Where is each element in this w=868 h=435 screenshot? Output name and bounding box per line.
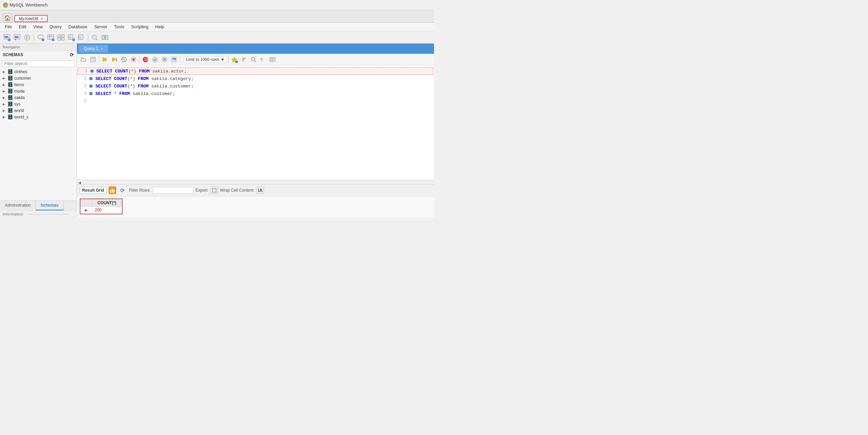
sql-line-5[interactable]: 5 (77, 97, 434, 105)
menu-bar: File Edit View Query Database Server Too… (0, 22, 434, 31)
cancel-button[interactable] (160, 55, 169, 64)
svg-rect-34 (116, 58, 117, 62)
create-table-button[interactable]: + (46, 33, 56, 42)
svg-line-37 (124, 60, 126, 61)
schema-name: world (14, 108, 24, 113)
result-value-200[interactable]: 200 (92, 207, 122, 214)
schema-item-clothes[interactable]: ▶ 🗄️ clothes (0, 68, 77, 75)
save-button[interactable] (89, 55, 97, 64)
line-dot-3 (89, 84, 93, 88)
query-tab-label: Query 1 (84, 46, 98, 51)
schema-item-world-x[interactable]: ▶ 🗄️ world_x (0, 114, 77, 120)
open-script-button[interactable]: SQL (12, 33, 22, 42)
invisible-chars-button[interactable]: ¶ (259, 55, 267, 64)
home-button[interactable]: 🏠 (3, 13, 12, 22)
menu-scripting[interactable]: Scripting (128, 23, 151, 30)
result-header-empty (81, 199, 92, 207)
limit-rows-dropdown[interactable]: Limit to 1000 rows ▼ (184, 56, 227, 63)
favorite-button[interactable]: + (230, 55, 239, 64)
schema-item-world[interactable]: ▶ 🗄️ world (0, 107, 77, 114)
svg-rect-33 (91, 60, 95, 62)
check-button[interactable] (151, 55, 159, 64)
filter-rows-label: Filter Rows: (129, 188, 151, 193)
svg-rect-57 (110, 190, 111, 193)
execute-current-button[interactable] (110, 55, 119, 64)
menu-edit[interactable]: Edit (16, 23, 29, 30)
refresh-button[interactable] (170, 55, 179, 64)
horizontal-scrollbar[interactable]: ◀ (77, 180, 434, 184)
svg-text:f(): f() (79, 36, 81, 39)
execute-button[interactable] (100, 55, 109, 64)
stop-button[interactable] (129, 55, 138, 64)
filter-objects-input[interactable] (2, 60, 75, 67)
wrap-cell-icon[interactable]: IA (257, 187, 264, 194)
refresh-icon[interactable]: ⟳ (70, 52, 74, 58)
svg-text:+: + (52, 38, 54, 41)
export-button[interactable] (211, 187, 218, 194)
schema-item-moda[interactable]: ▶ 🗄️ moda (0, 88, 77, 94)
query-tab-1[interactable]: Query 1 ✕ (79, 45, 108, 52)
svg-rect-18 (58, 38, 61, 40)
svg-rect-17 (61, 35, 64, 37)
beautify-button[interactable] (239, 55, 248, 64)
administration-tab[interactable]: Administration (0, 201, 36, 210)
result-row-1: ▶ 200 (81, 207, 122, 214)
word-wrap-button[interactable] (268, 55, 277, 64)
schema-item-customer[interactable]: ▶ 🗄️ customer (0, 75, 77, 81)
menu-help[interactable]: Help (153, 23, 167, 30)
tab-bar: 🏠 MyJolieDB ✕ (0, 10, 434, 22)
q-separator-4 (228, 56, 229, 63)
myjoliedb-tab[interactable]: MyJolieDB ✕ (14, 15, 48, 22)
create-procedure-button[interactable]: f() + (66, 33, 76, 42)
main-toolbar: SQL + SQL i + + (0, 31, 434, 44)
migrate-button[interactable] (100, 33, 110, 42)
sql-line-4[interactable]: 4 SELECT * FROM sakila.customer; (77, 90, 434, 97)
filter-rows-input[interactable] (153, 187, 193, 194)
expand-arrow-icon: ▶ (3, 83, 6, 86)
schemas-tab[interactable]: Schemas (36, 201, 64, 210)
sql-code-2: SELECT COUNT(*) FROM sakila.category; (95, 76, 194, 81)
create-view-button[interactable] (56, 33, 66, 42)
explain-button[interactable] (120, 55, 128, 64)
sql-line-2[interactable]: 2 SELECT COUNT(*) FROM sakila.category; (77, 75, 434, 82)
schema-name: items (14, 82, 24, 87)
sql-code-3: SELECT COUNT(*) FROM sakila.customer; (95, 84, 194, 89)
menu-database[interactable]: Database (66, 23, 90, 30)
svg-rect-16 (58, 35, 61, 37)
menu-query[interactable]: Query (47, 23, 64, 30)
schema-item-items[interactable]: ▶ 🗄️ items (0, 81, 77, 88)
schema-item-sys[interactable]: ▶ 🗄️ sys (0, 101, 77, 107)
app-icon: 🐬 (3, 2, 8, 8)
open-file-button[interactable] (79, 55, 88, 64)
svg-text:+: + (236, 61, 238, 63)
tab-close-button[interactable]: ✕ (40, 17, 43, 21)
menu-server[interactable]: Server (91, 23, 110, 30)
navigator-header: Navigator (0, 44, 77, 51)
create-schema-button[interactable]: + (36, 33, 45, 42)
sql-editor[interactable]: 1 SELECT COUNT(*) FROM sakila.actor; 2 S… (77, 65, 434, 180)
schemas-label: SCHEMAS (3, 52, 23, 57)
refresh-results-button[interactable]: ⟳ (118, 186, 127, 195)
toggle-button[interactable]: ! ✕ (141, 55, 150, 64)
result-column-count[interactable]: COUNT(*) (92, 199, 122, 207)
info-button[interactable]: i (22, 33, 32, 42)
information-bar: Information ····························… (0, 210, 77, 218)
sql-line-3[interactable]: 3 SELECT COUNT(*) FROM sakila.customer; (77, 82, 434, 90)
svg-rect-30 (105, 35, 108, 39)
inspect-button[interactable] (90, 33, 99, 42)
schema-item-sakila[interactable]: ▶ 🗄️ sakila (0, 94, 77, 101)
scroll-left-icon[interactable]: ◀ (77, 180, 82, 184)
svg-rect-32 (92, 57, 94, 59)
create-function-button[interactable]: f() (77, 33, 86, 42)
svg-text:¶: ¶ (261, 58, 263, 62)
sql-line-1[interactable]: 1 SELECT COUNT(*) FROM sakila.actor; (78, 67, 433, 75)
menu-tools[interactable]: Tools (111, 23, 127, 30)
result-grid-tab[interactable]: Result Grid (80, 187, 107, 194)
menu-view[interactable]: View (30, 23, 45, 30)
query-tab-close-button[interactable]: ✕ (100, 47, 103, 51)
expand-arrow-icon: ▶ (3, 102, 6, 106)
new-query-button[interactable]: SQL + (2, 33, 12, 42)
result-chart-button[interactable] (109, 187, 116, 194)
find-button[interactable] (249, 55, 258, 64)
menu-file[interactable]: File (2, 23, 15, 30)
